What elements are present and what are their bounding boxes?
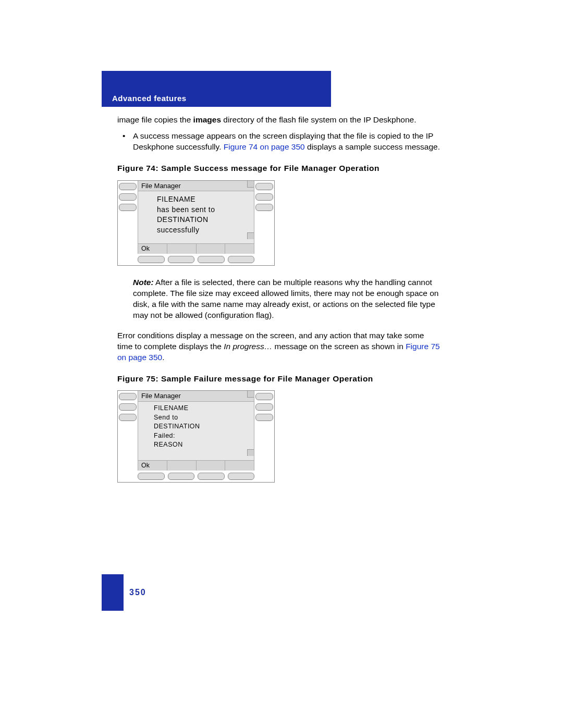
lcd-line: FILENAME bbox=[154, 404, 241, 413]
right-side-keys bbox=[254, 181, 274, 254]
softkey-ok: Ok bbox=[138, 461, 167, 471]
lcd-line: has been sent to bbox=[157, 205, 239, 215]
note-body: After a file is selected, there can be m… bbox=[133, 278, 438, 319]
hard-key-icon bbox=[228, 256, 255, 263]
lcd-line: FILENAME bbox=[157, 194, 239, 205]
figure-74-link[interactable]: Figure 74 on page 350 bbox=[224, 142, 305, 151]
error-post: . bbox=[162, 353, 164, 362]
lcd-title: File Manager bbox=[138, 391, 254, 402]
hard-key-icon bbox=[138, 473, 165, 480]
hard-key-icon bbox=[168, 256, 195, 263]
error-italic: In progress… bbox=[224, 342, 272, 351]
lcd-body: FILENAME has been sent to DESTINATION su… bbox=[138, 191, 254, 243]
side-key-icon bbox=[119, 414, 137, 421]
side-key-icon bbox=[255, 393, 273, 400]
side-key-icon bbox=[119, 183, 137, 190]
intro-paragraph: image file copies the images directory o… bbox=[117, 115, 440, 126]
lcd-line: Send to bbox=[154, 413, 241, 423]
side-key-icon bbox=[119, 204, 137, 211]
intro-text-post: directory of the flash file system on th… bbox=[221, 115, 417, 124]
hard-key-icon bbox=[198, 256, 225, 263]
figure-74-caption: Figure 74: Sample Success message for Fi… bbox=[117, 163, 440, 174]
side-key-icon bbox=[255, 204, 273, 211]
bottom-hard-keys bbox=[118, 471, 274, 482]
softkey-bar: Ok bbox=[138, 243, 254, 254]
scroll-down-icon bbox=[247, 449, 254, 456]
hard-key-icon bbox=[228, 473, 255, 480]
document-page: Advanced features image file copies the … bbox=[0, 0, 563, 728]
side-key-icon bbox=[255, 403, 273, 411]
figure-74-image: File Manager FILENAME has been sent to D… bbox=[117, 180, 275, 266]
bullet-dot-icon: • bbox=[123, 131, 133, 153]
scroll-down-icon bbox=[247, 232, 254, 239]
softkey-empty bbox=[197, 461, 226, 471]
softkey-empty bbox=[225, 244, 254, 254]
softkey-empty bbox=[167, 461, 197, 471]
bullet-body: A success message appears on the screen … bbox=[133, 131, 440, 153]
lcd-line: REASON bbox=[154, 440, 241, 450]
intro-text-pre: image file copies the bbox=[117, 115, 193, 124]
scroll-up-icon bbox=[247, 391, 254, 398]
left-side-keys bbox=[118, 391, 138, 470]
right-side-keys bbox=[254, 391, 274, 470]
lcd-line: Failed: bbox=[154, 431, 241, 441]
softkey-ok: Ok bbox=[138, 244, 167, 254]
error-mid: message on the screen as shown in bbox=[272, 342, 406, 351]
lcd-body: FILENAME Send to DESTINATION Failed: REA… bbox=[138, 402, 254, 460]
lcd-line: successfully bbox=[157, 225, 239, 236]
softkey-bar: Ok bbox=[138, 460, 254, 471]
error-paragraph: Error conditions display a message on th… bbox=[117, 330, 440, 363]
intro-text-bold: images bbox=[193, 115, 221, 124]
side-key-icon bbox=[119, 393, 137, 400]
hard-key-icon bbox=[138, 256, 165, 263]
page-number: 350 bbox=[129, 588, 146, 597]
side-key-icon bbox=[255, 414, 273, 421]
lcd-screen: File Manager FILENAME Send to DESTINATIO… bbox=[138, 391, 254, 470]
header-block: Advanced features bbox=[102, 71, 331, 107]
page-content: image file copies the images directory o… bbox=[117, 115, 440, 492]
side-key-icon bbox=[255, 193, 273, 201]
footer-blue-bar bbox=[102, 574, 124, 611]
lcd-screen: File Manager FILENAME has been sent to D… bbox=[138, 181, 254, 254]
bullet-post: displays a sample success message. bbox=[305, 142, 440, 151]
softkey-empty bbox=[197, 244, 226, 254]
side-key-icon bbox=[119, 403, 137, 411]
lcd-line: DESTINATION bbox=[154, 422, 241, 431]
side-key-icon bbox=[119, 193, 137, 201]
bullet-item: • A success message appears on the scree… bbox=[123, 131, 440, 153]
scroll-up-icon bbox=[247, 181, 254, 188]
note-label: Note: bbox=[133, 278, 154, 287]
hard-key-icon bbox=[168, 473, 195, 480]
bottom-hard-keys bbox=[118, 254, 274, 265]
hard-key-icon bbox=[198, 473, 225, 480]
figure-75-caption: Figure 75: Sample Failure message for Fi… bbox=[117, 374, 440, 385]
lcd-line: DESTINATION bbox=[157, 215, 239, 225]
figure-75-image: File Manager FILENAME Send to DESTINATIO… bbox=[117, 390, 275, 482]
note-block: Note: After a file is selected, there ca… bbox=[133, 277, 440, 321]
side-key-icon bbox=[255, 183, 273, 190]
softkey-empty bbox=[225, 461, 254, 471]
softkey-empty bbox=[167, 244, 197, 254]
left-side-keys bbox=[118, 181, 138, 254]
lcd-title: File Manager bbox=[138, 181, 254, 192]
section-title: Advanced features bbox=[112, 94, 331, 103]
